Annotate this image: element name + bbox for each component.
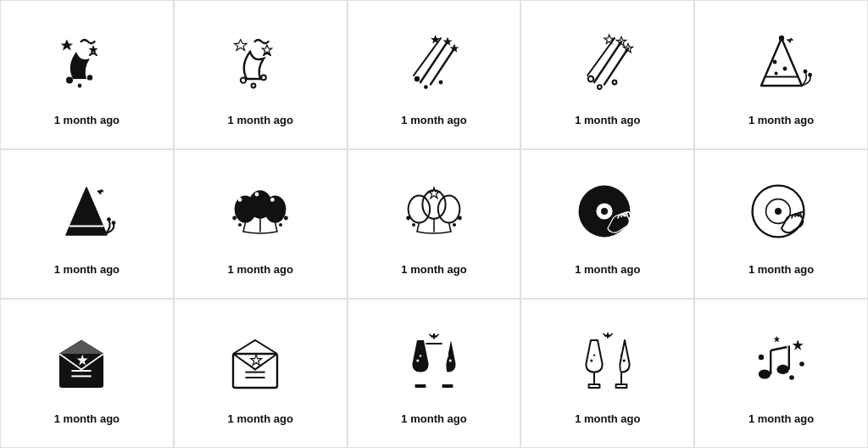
svg-point-85 bbox=[590, 359, 593, 361]
svg-point-29 bbox=[778, 35, 783, 40]
svg-point-99 bbox=[758, 354, 763, 359]
list-item[interactable]: 1 month ago bbox=[694, 149, 868, 299]
svg-point-55 bbox=[422, 190, 445, 219]
svg-marker-4 bbox=[89, 45, 98, 53]
svg-point-49 bbox=[270, 198, 275, 202]
music-notes-icon bbox=[743, 326, 820, 402]
svg-point-18 bbox=[439, 80, 443, 84]
timestamp-label: 1 month ago bbox=[228, 412, 293, 425]
svg-point-96 bbox=[776, 364, 788, 373]
timestamp-label: 1 month ago bbox=[54, 412, 120, 425]
svg-point-46 bbox=[264, 195, 287, 222]
list-item[interactable]: 1 month ago bbox=[520, 149, 694, 299]
cd-hand-outline-icon bbox=[743, 176, 820, 253]
svg-point-56 bbox=[438, 195, 460, 222]
svg-marker-9 bbox=[263, 45, 272, 53]
svg-point-51 bbox=[284, 216, 288, 220]
timestamp-label: 1 month ago bbox=[401, 263, 466, 276]
svg-point-43 bbox=[112, 221, 116, 225]
svg-marker-73 bbox=[251, 354, 262, 365]
list-item[interactable]: 1 month ago bbox=[694, 299, 868, 448]
svg-point-78 bbox=[449, 359, 452, 361]
svg-point-52 bbox=[238, 223, 242, 227]
list-item[interactable]: 1 month ago bbox=[0, 149, 174, 299]
svg-point-76 bbox=[416, 359, 419, 361]
svg-point-34 bbox=[782, 66, 787, 70]
svg-point-2 bbox=[78, 83, 82, 87]
svg-point-77 bbox=[420, 355, 421, 356]
svg-point-27 bbox=[612, 80, 616, 84]
svg-point-48 bbox=[255, 192, 259, 196]
svg-point-7 bbox=[252, 83, 256, 87]
svg-point-101 bbox=[789, 375, 794, 380]
svg-point-1 bbox=[87, 75, 92, 80]
svg-point-53 bbox=[279, 223, 282, 227]
svg-marker-98 bbox=[792, 339, 803, 350]
svg-point-86 bbox=[593, 354, 595, 356]
party-hat-icon bbox=[743, 27, 820, 104]
champagne-filled-icon bbox=[396, 326, 472, 402]
svg-point-33 bbox=[772, 59, 776, 64]
svg-marker-3 bbox=[61, 39, 73, 50]
svg-point-59 bbox=[412, 223, 415, 227]
svg-point-35 bbox=[774, 71, 777, 75]
svg-line-20 bbox=[604, 48, 628, 84]
list-item[interactable]: 1 month ago bbox=[348, 0, 521, 149]
svg-point-87 bbox=[622, 359, 625, 361]
svg-point-54 bbox=[409, 195, 431, 222]
svg-marker-102 bbox=[773, 335, 780, 342]
champagne-outline-icon bbox=[570, 326, 646, 402]
svg-point-6 bbox=[261, 75, 266, 80]
timestamp-label: 1 month ago bbox=[748, 263, 814, 276]
svg-point-25 bbox=[588, 76, 593, 81]
confetti-star-filled-icon bbox=[48, 27, 125, 104]
list-item[interactable]: 1 month ago bbox=[174, 299, 348, 448]
svg-point-42 bbox=[107, 217, 111, 221]
timestamp-label: 1 month ago bbox=[228, 114, 293, 126]
svg-point-58 bbox=[458, 216, 462, 220]
svg-point-88 bbox=[620, 354, 622, 356]
confetti-star-outline-icon bbox=[222, 27, 298, 104]
list-item[interactable]: 1 month ago bbox=[694, 0, 868, 149]
timestamp-label: 1 month ago bbox=[575, 412, 640, 425]
list-item[interactable]: 1 month ago bbox=[174, 149, 348, 299]
svg-point-79 bbox=[447, 355, 448, 356]
svg-marker-13 bbox=[442, 36, 452, 45]
svg-point-36 bbox=[803, 69, 807, 73]
svg-point-37 bbox=[808, 72, 812, 76]
svg-marker-8 bbox=[235, 39, 247, 50]
timestamp-label: 1 month ago bbox=[54, 263, 120, 276]
svg-point-26 bbox=[598, 85, 602, 89]
list-item[interactable]: 1 month ago bbox=[348, 149, 521, 299]
list-item[interactable]: 1 month ago bbox=[520, 299, 694, 448]
envelope-filled-icon bbox=[48, 326, 125, 402]
svg-marker-61 bbox=[429, 188, 440, 199]
vinyl-hand-filled-icon bbox=[570, 176, 646, 253]
envelope-outline-icon bbox=[222, 326, 298, 402]
svg-point-47 bbox=[238, 198, 242, 202]
balloons-filled-icon bbox=[222, 176, 298, 253]
svg-point-93 bbox=[758, 369, 770, 378]
svg-line-11 bbox=[431, 48, 454, 84]
svg-point-5 bbox=[241, 77, 246, 82]
svg-point-60 bbox=[453, 223, 456, 227]
svg-point-64 bbox=[601, 208, 608, 215]
svg-point-50 bbox=[232, 216, 236, 220]
icon-grid: 1 month ago 1 month ago bbox=[0, 0, 868, 448]
svg-point-57 bbox=[406, 216, 410, 220]
list-item[interactable]: 1 month ago bbox=[0, 299, 174, 448]
timestamp-label: 1 month ago bbox=[228, 263, 293, 276]
list-item[interactable]: 1 month ago bbox=[520, 0, 694, 149]
list-item[interactable]: 1 month ago bbox=[174, 0, 348, 149]
timestamp-label: 1 month ago bbox=[748, 114, 814, 126]
party-hat-filled-icon bbox=[48, 176, 125, 253]
timestamp-label: 1 month ago bbox=[401, 412, 466, 425]
svg-point-67 bbox=[775, 208, 782, 215]
timestamp-label: 1 month ago bbox=[748, 412, 814, 425]
svg-point-100 bbox=[799, 361, 804, 367]
list-item[interactable]: 1 month ago bbox=[0, 0, 174, 149]
svg-point-16 bbox=[415, 76, 420, 81]
list-item[interactable]: 1 month ago bbox=[348, 299, 521, 448]
timestamp-label: 1 month ago bbox=[54, 114, 120, 126]
timestamp-label: 1 month ago bbox=[575, 263, 640, 276]
